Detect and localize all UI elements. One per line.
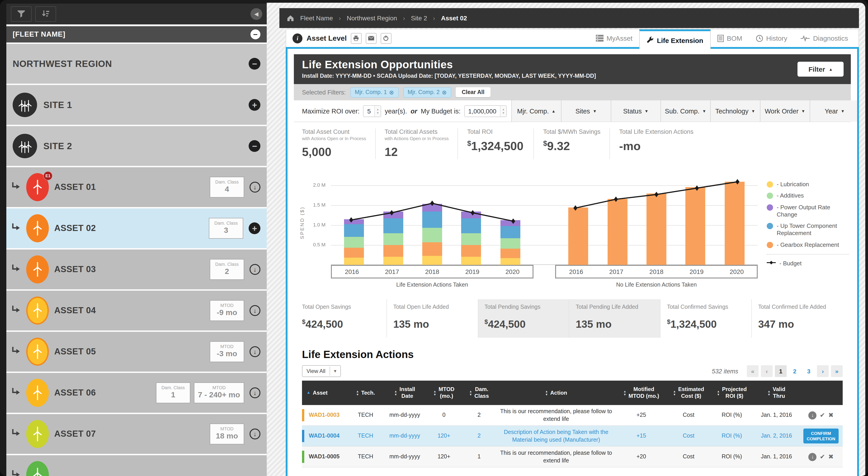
tab-myasset[interactable]: MyAsset xyxy=(589,29,639,47)
dropdown-sites[interactable]: Sites▼ xyxy=(561,100,611,122)
column-header[interactable]: ▲▼Install Date xyxy=(383,383,426,402)
column-header[interactable]: ▲Asset xyxy=(302,387,348,399)
column-header[interactable]: ▲▼Tech. xyxy=(348,387,383,399)
dropdown-sub-comp-[interactable]: Sub. Comp.▼ xyxy=(660,100,710,122)
savings-value: 135 mo xyxy=(393,318,471,330)
column-header[interactable]: ▲▼Estimated Cost ($) xyxy=(667,383,710,402)
column-header[interactable]: ▲▼Valid Thru xyxy=(753,383,799,402)
column-header[interactable]: ▲▼Motified MTOD (mo.) xyxy=(616,383,667,402)
tab-diagnostics[interactable]: Diagnostics xyxy=(794,29,855,47)
view-all-dropdown[interactable]: View All ▼ xyxy=(302,365,341,377)
download-icon[interactable]: ↓ xyxy=(250,387,260,398)
sidebar-item-asset[interactable] xyxy=(6,455,267,476)
breadcrumb-item[interactable]: Fleet Name xyxy=(300,14,333,22)
download-icon[interactable]: ↓ xyxy=(809,411,817,419)
pager-button-‹[interactable]: ‹ xyxy=(761,365,773,377)
expand-plus-icon[interactable]: + xyxy=(249,222,260,234)
collapse-minus-icon[interactable]: − xyxy=(249,58,260,70)
cell-asset-id[interactable]: WAD1-0005 xyxy=(302,451,348,463)
power-button[interactable] xyxy=(381,33,392,43)
confirm-completion-button[interactable]: CONFIRMCOMPLETION xyxy=(804,429,839,443)
confirm-check-icon[interactable]: ✔ xyxy=(820,453,825,461)
stepper-arrows-icon[interactable]: ▲▼ xyxy=(500,105,506,117)
clear-all-button[interactable]: Clear All xyxy=(456,87,491,97)
column-label: Projected ROI ($) xyxy=(722,386,747,400)
download-icon[interactable]: ↓ xyxy=(250,305,260,316)
cell-asset-id[interactable]: WAD1-0003 xyxy=(302,409,348,421)
filter-button[interactable] xyxy=(11,6,32,22)
tab-bom[interactable]: BOM xyxy=(710,29,749,47)
sidebar-item-site[interactable]: SITE 2− xyxy=(6,126,267,166)
collapse-minus-icon[interactable]: − xyxy=(250,29,260,39)
table-row[interactable]: WAD1-0004TECHmm-dd-yyyy120+2Description … xyxy=(302,426,843,447)
life-extension-panel: Life Extension Opportunities Install Dat… xyxy=(286,49,859,476)
dropdown-technology[interactable]: Technology▼ xyxy=(710,100,760,122)
dismiss-x-icon[interactable]: ✖ xyxy=(828,453,833,461)
pager-button-«[interactable]: « xyxy=(747,365,758,377)
sidebar-item-asset[interactable]: ASSET 05MTOD-3 mo↓ xyxy=(6,332,267,372)
column-header[interactable]: ▲▼MTOD (mo.) xyxy=(426,383,461,402)
sidebar-item-fleet[interactable]: [FLEET NAME] − xyxy=(6,26,267,42)
chip-remove-icon[interactable]: ⊗ xyxy=(442,89,447,96)
pager-button-2[interactable]: 2 xyxy=(789,365,801,377)
sidebar-item-region[interactable]: NORTHWEST REGION − xyxy=(6,44,267,84)
info-icon[interactable]: i xyxy=(292,33,303,43)
download-icon[interactable]: ↓ xyxy=(250,429,260,439)
print-button[interactable] xyxy=(351,33,362,43)
sidebar-item-asset[interactable]: E1ASSET 01Dam. Class4↓ xyxy=(6,167,267,207)
x-tick-label: 2019 xyxy=(677,268,717,275)
sidebar-item-asset[interactable]: ASSET 06Dam. Class1MTOD7 - 240+ mo↓ xyxy=(6,373,267,413)
pager-button-3[interactable]: 3 xyxy=(803,365,815,377)
sidebar-item-asset[interactable]: ASSET 07MTOD18 mo↓ xyxy=(6,414,267,454)
dropdown-status[interactable]: Status▼ xyxy=(611,100,660,122)
chip-remove-icon[interactable]: ⊗ xyxy=(389,89,394,96)
dismiss-x-icon[interactable]: ✖ xyxy=(828,411,833,419)
cell-action-description[interactable]: Description of Action being Taken with t… xyxy=(497,426,616,446)
download-icon[interactable]: ↓ xyxy=(250,264,260,275)
breadcrumb-item[interactable]: Site 2 xyxy=(411,14,427,22)
column-header[interactable] xyxy=(800,390,843,395)
filter-chip[interactable]: Mjr. Comp. 2⊗ xyxy=(403,87,452,97)
column-header[interactable]: ▲▼Action xyxy=(497,387,616,399)
kpi-value: $1,324,500 xyxy=(467,139,525,153)
or-label: or xyxy=(411,107,417,115)
pager-button-›[interactable]: › xyxy=(817,365,829,377)
kpi-card: Total ROI$1,324,500 xyxy=(467,128,534,159)
column-header[interactable]: ▲▼Dam. Class xyxy=(462,383,497,402)
sidebar-item-asset[interactable]: ASSET 04MTOD-9 mo↓ xyxy=(6,291,267,330)
download-icon[interactable]: ↓ xyxy=(809,453,817,461)
sort-button[interactable] xyxy=(35,6,56,22)
email-button[interactable] xyxy=(366,33,377,43)
asset-level-toolbar: i Asset Level MyAssetLife ExtensionBOMHi… xyxy=(286,29,859,47)
filter-toggle-button[interactable]: Filter ▲ xyxy=(798,62,844,76)
sidebar-collapse-button[interactable]: ◀ xyxy=(250,8,262,20)
roi-years-stepper[interactable]: 5 ▲▼ xyxy=(363,105,381,117)
cell-asset-id[interactable]: WAD1-0004 xyxy=(302,430,348,442)
collapse-minus-icon[interactable]: − xyxy=(249,140,260,152)
tab-history[interactable]: History xyxy=(749,29,794,47)
sidebar-item-asset[interactable]: ASSET 03Dam. Class2↓ xyxy=(6,250,267,289)
confirm-check-icon[interactable]: ✔ xyxy=(820,411,825,419)
download-icon[interactable]: ↓ xyxy=(250,346,260,357)
download-icon[interactable]: ↓ xyxy=(250,182,260,193)
pager-button-»[interactable]: » xyxy=(831,365,843,377)
column-header[interactable]: ▲▼Projected ROI ($) xyxy=(710,383,753,402)
expand-plus-icon[interactable]: + xyxy=(249,99,260,111)
table-row[interactable]: WAD1-0003TECHmm-dd-yyyy02This is our rec… xyxy=(302,405,843,426)
dropdown-year[interactable]: Year▼ xyxy=(810,100,859,122)
dropdown-work-order[interactable]: Work Order▼ xyxy=(760,100,810,122)
dropdown-mjr-comp-[interactable]: Mjr. Comp.▲ xyxy=(511,100,561,122)
stepper-arrows-icon[interactable]: ▲▼ xyxy=(374,105,381,117)
tab-life-extension[interactable]: Life Extension xyxy=(639,29,710,49)
pager-button-1[interactable]: 1 xyxy=(775,365,786,377)
breadcrumb-item[interactable]: Northwest Region xyxy=(347,14,397,22)
metric-value: 7 - 240+ mo xyxy=(198,390,240,400)
budget-stepper[interactable]: 1,000,000 ▲▼ xyxy=(464,105,507,117)
sidebar-item-site[interactable]: SITE 1+ xyxy=(6,85,267,125)
turbine-icon xyxy=(26,420,49,448)
filter-chip[interactable]: Mjr. Comp. 1⊗ xyxy=(350,87,399,97)
sidebar-item-asset[interactable]: ASSET 02Dam. Class3+ xyxy=(6,209,267,248)
table-row[interactable]: WAD1-0005TECHmm-dd-yyyy120+1This is our … xyxy=(302,447,843,468)
home-icon[interactable] xyxy=(287,14,294,22)
sort-asc-icon: ▲ xyxy=(307,390,311,395)
